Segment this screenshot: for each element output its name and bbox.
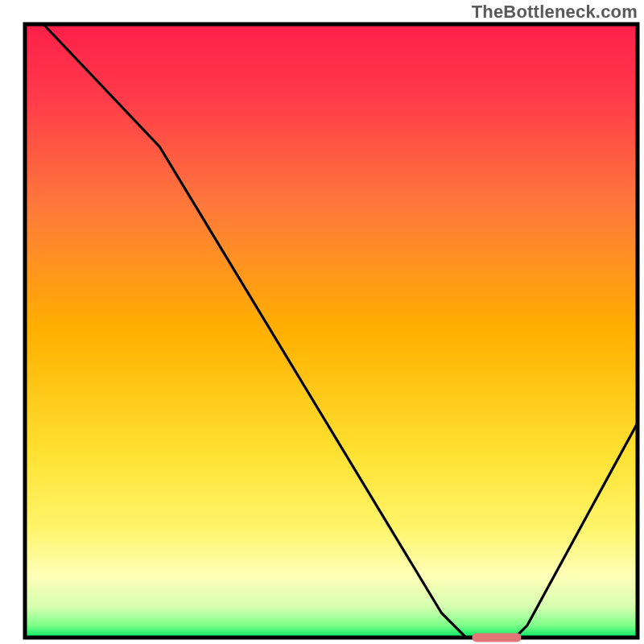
watermark-text: TheBottleneck.com — [472, 2, 638, 23]
chart-svg — [0, 0, 644, 644]
gradient-background — [25, 24, 638, 638]
optimal-range-marker — [473, 634, 522, 642]
bottleneck-chart: TheBottleneck.com — [0, 0, 644, 644]
